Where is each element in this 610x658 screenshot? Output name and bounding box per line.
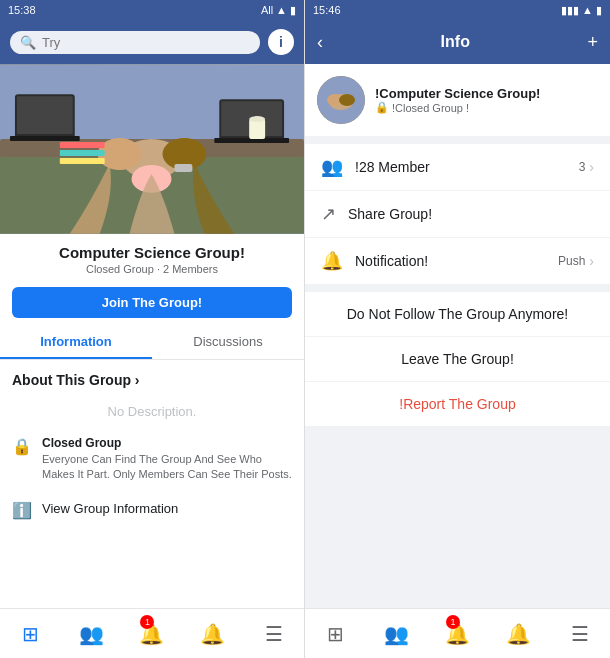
closed-group-desc: Everyone Can Find The Group And See Who … xyxy=(42,452,292,483)
search-input[interactable] xyxy=(42,35,250,50)
closed-group-info: 🔒 Closed Group Everyone Can Find The Gro… xyxy=(12,435,292,483)
svg-rect-13 xyxy=(174,164,192,172)
leave-group-action[interactable]: Leave The Group! xyxy=(305,337,610,382)
members-right: 3 › xyxy=(579,159,594,175)
group-avatar xyxy=(317,76,365,124)
right-content: !Computer Science Group! 🔒 !Closed Group… xyxy=(305,64,610,608)
group-card-name: !Computer Science Group! xyxy=(375,86,540,101)
page-title: Info xyxy=(441,33,470,51)
feed-icon-left: ⊞ xyxy=(22,622,39,646)
empty-space xyxy=(305,435,610,535)
menu-section: 👥 !28 Member 3 › ↗ Share Group! 🔔 Notifi… xyxy=(305,144,610,284)
search-bar[interactable]: 🔍 xyxy=(10,31,260,54)
notification-menu-item[interactable]: 🔔 Notification! Push › xyxy=(305,238,610,284)
svg-rect-16 xyxy=(60,142,105,148)
wifi-icon-right: ▲ xyxy=(582,4,593,16)
feed-icon-right: ⊞ xyxy=(327,622,344,646)
bottom-nav-left: ⊞ 👥 🔔 1 🔔 ☰ xyxy=(0,608,304,658)
notification-setting-icon: 🔔 xyxy=(321,250,343,272)
report-group-action[interactable]: !Report The Group xyxy=(305,382,610,427)
group-name-section: Computer Science Group! Closed Group · 2… xyxy=(0,234,304,279)
share-label: Share Group! xyxy=(348,206,594,222)
add-button[interactable]: + xyxy=(587,32,598,53)
group-type-label: !Closed Group ! xyxy=(392,102,469,114)
nav-bell-left[interactable]: 🔔 xyxy=(182,609,243,658)
time-left: 15:38 xyxy=(8,4,36,16)
menu-icon-right: ☰ xyxy=(571,622,589,646)
members-count: 3 xyxy=(579,160,586,174)
time-right: 15:46 xyxy=(313,4,341,16)
info-circle-icon: ℹ️ xyxy=(12,501,32,520)
group-name: Computer Science Group! xyxy=(12,244,292,261)
network-icons-left: All ▲ ▮ xyxy=(261,4,296,17)
nav-menu-right[interactable]: ☰ xyxy=(549,609,610,658)
friends-icon-right: 👥 xyxy=(384,622,409,646)
notification-setting-label: Notification! xyxy=(355,253,546,269)
signal-bars-right: ▮▮▮ xyxy=(561,4,579,17)
notification-badge-right: 1 xyxy=(446,615,460,629)
wifi-icon-left: ▲ xyxy=(276,4,287,16)
group-card-info: !Computer Science Group! 🔒 !Closed Group… xyxy=(375,86,540,114)
svg-rect-4 xyxy=(17,96,73,134)
unfollow-action[interactable]: Do Not Follow The Group Anymore! xyxy=(305,292,610,337)
nav-notifications-left[interactable]: 🔔 1 xyxy=(122,609,183,658)
nav-menu-left[interactable]: ☰ xyxy=(243,609,304,658)
tab-information[interactable]: Information xyxy=(0,326,152,359)
lock-icon: 🔒 xyxy=(12,437,32,456)
chevron-icon-notification: › xyxy=(589,253,594,269)
join-group-button[interactable]: Join The Group! xyxy=(12,287,292,318)
members-icon: 👥 xyxy=(321,156,343,178)
info-icon: i xyxy=(279,34,283,50)
status-bar-right: 15:46 ▮▮▮ ▲ ▮ xyxy=(305,0,610,20)
members-menu-item[interactable]: 👥 !28 Member 3 › xyxy=(305,144,610,191)
header-right: ‹ Info + xyxy=(305,20,610,64)
nav-friends-right[interactable]: 👥 xyxy=(366,609,427,658)
push-label: Push xyxy=(558,254,585,268)
svg-point-22 xyxy=(339,94,355,106)
group-meta: Closed Group · 2 Members xyxy=(12,263,292,275)
bell-icon-right: 🔔 xyxy=(506,622,531,646)
nav-feed-left[interactable]: ⊞ xyxy=(0,609,61,658)
tab-discussions[interactable]: Discussions xyxy=(152,326,304,359)
nav-notifications-right[interactable]: 🔔 1 xyxy=(427,609,488,658)
view-group-info-item[interactable]: ℹ️ View Group Information xyxy=(12,493,292,526)
left-panel: 15:38 All ▲ ▮ 🔍 i xyxy=(0,0,305,658)
nav-bell-right[interactable]: 🔔 xyxy=(488,609,549,658)
content-area-left: About This Group › No Description. 🔒 Clo… xyxy=(0,360,304,608)
notification-right: Push › xyxy=(558,253,594,269)
group-cover-image xyxy=(0,64,304,234)
network-icons-right: ▮▮▮ ▲ ▮ xyxy=(561,4,602,17)
back-button[interactable]: ‹ xyxy=(317,32,323,53)
lock-small-icon: 🔒 xyxy=(375,101,389,114)
group-card: !Computer Science Group! 🔒 !Closed Group… xyxy=(305,64,610,136)
bottom-nav-right: ⊞ 👥 🔔 1 🔔 ☰ xyxy=(305,608,610,658)
chevron-icon-members: › xyxy=(589,159,594,175)
right-panel: 15:46 ▮▮▮ ▲ ▮ ‹ Info + !Computer Scien xyxy=(305,0,610,658)
status-bar-left: 15:38 All ▲ ▮ xyxy=(0,0,304,20)
share-menu-item[interactable]: ↗ Share Group! xyxy=(305,191,610,238)
about-heading: About This Group › xyxy=(12,372,292,388)
avatar-image xyxy=(317,76,365,124)
svg-rect-5 xyxy=(10,136,80,141)
network-text-left: All xyxy=(261,4,273,16)
tabs-bar: Information Discussions xyxy=(0,326,304,360)
svg-point-15 xyxy=(249,116,265,122)
cover-image-svg xyxy=(0,64,304,234)
nav-friends-left[interactable]: 👥 xyxy=(61,609,122,658)
header-left: 🔍 i xyxy=(0,20,304,64)
nav-feed-right[interactable]: ⊞ xyxy=(305,609,366,658)
action-section: Do Not Follow The Group Anymore! Leave T… xyxy=(305,292,610,427)
view-group-info-label: View Group Information xyxy=(42,500,178,518)
members-label: !28 Member xyxy=(355,159,567,175)
battery-icon-left: ▮ xyxy=(290,4,296,17)
svg-rect-18 xyxy=(60,158,105,164)
closed-group-label: Closed Group xyxy=(42,435,292,452)
menu-icon-left: ☰ xyxy=(265,622,283,646)
friends-icon-left: 👥 xyxy=(79,622,104,646)
info-button[interactable]: i xyxy=(268,29,294,55)
no-description: No Description. xyxy=(12,404,292,419)
svg-rect-17 xyxy=(60,150,105,156)
bell-icon-left: 🔔 xyxy=(200,622,225,646)
search-icon: 🔍 xyxy=(20,35,36,50)
share-icon: ↗ xyxy=(321,203,336,225)
